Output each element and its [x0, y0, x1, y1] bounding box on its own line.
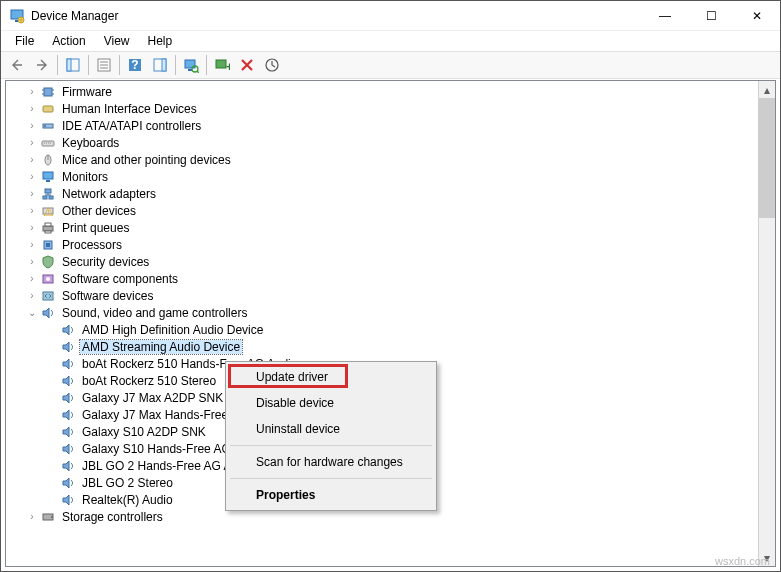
menu-help[interactable]: Help [140, 32, 181, 50]
category-label: Mice and other pointing devices [60, 153, 233, 167]
sound-icon [60, 322, 76, 338]
svg-rect-32 [43, 172, 53, 179]
svg-rect-36 [49, 196, 53, 199]
collapse-icon[interactable]: ⌄ [24, 305, 40, 321]
device-label: Galaxy J7 Max A2DP SNK [80, 391, 225, 405]
help-button[interactable]: ? [123, 53, 147, 77]
device-label: Galaxy S10 A2DP SNK [80, 425, 208, 439]
svg-line-16 [197, 71, 199, 73]
expand-icon[interactable]: › [24, 271, 40, 287]
toolbar-separator [119, 55, 120, 75]
back-button[interactable] [5, 53, 29, 77]
properties-icon [96, 57, 112, 73]
tree-device[interactable]: AMD High Definition Audio Device [6, 321, 758, 338]
category-label: Firmware [60, 85, 114, 99]
action-pane-button[interactable] [148, 53, 172, 77]
sound-icon [60, 441, 76, 457]
tree-category[interactable]: ›Software components [6, 270, 758, 287]
tree-category[interactable]: ›Network adapters [6, 185, 758, 202]
scan-hardware-icon [183, 57, 199, 73]
show-hide-tree-button[interactable] [61, 53, 85, 77]
expand-icon[interactable]: › [24, 203, 40, 219]
context-menu: Update driver Disable device Uninstall d… [225, 361, 437, 511]
ctx-scan-hardware[interactable]: Scan for hardware changes [228, 449, 434, 475]
expand-icon[interactable]: › [24, 186, 40, 202]
help-icon: ? [127, 57, 143, 73]
toolbar-separator [206, 55, 207, 75]
ide-icon [40, 118, 56, 134]
tree-category[interactable]: ›Monitors [6, 168, 758, 185]
minimize-glyph: — [659, 9, 671, 23]
ctx-disable-device[interactable]: Disable device [228, 390, 434, 416]
svg-rect-33 [46, 180, 50, 182]
arrow-left-icon [9, 57, 25, 73]
minimize-button[interactable]: — [642, 1, 688, 31]
menu-file[interactable]: File [7, 32, 42, 50]
tree-category[interactable]: ›IDE ATA/ATAPI controllers [6, 117, 758, 134]
expand-icon[interactable]: › [24, 84, 40, 100]
menu-view[interactable]: View [96, 32, 138, 50]
add-legacy-icon: + [214, 57, 230, 73]
svg-point-47 [46, 277, 50, 281]
category-label: Software components [60, 272, 180, 286]
tree-category[interactable]: ›Software devices [6, 287, 758, 304]
tree-category[interactable]: ⌄Sound, video and game controllers [6, 304, 758, 321]
tree-category[interactable]: ›Print queues [6, 219, 758, 236]
category-label: Sound, video and game controllers [60, 306, 249, 320]
scroll-up-button[interactable]: ▴ [759, 81, 775, 98]
tree-category[interactable]: ›Firmware [6, 83, 758, 100]
keyboard-icon [40, 135, 56, 151]
sound-icon [40, 305, 56, 321]
cpu-icon [40, 237, 56, 253]
category-label: Storage controllers [60, 510, 165, 524]
maximize-button[interactable]: ☐ [688, 1, 734, 31]
category-label: Print queues [60, 221, 131, 235]
update-driver-button[interactable] [260, 53, 284, 77]
expand-icon[interactable]: › [24, 101, 40, 117]
monitor-icon [40, 169, 56, 185]
svg-rect-12 [162, 59, 166, 71]
forward-button[interactable] [30, 53, 54, 77]
close-button[interactable]: ✕ [734, 1, 780, 31]
svg-rect-45 [46, 243, 50, 247]
expand-icon[interactable]: › [24, 135, 40, 151]
expand-icon[interactable]: › [24, 288, 40, 304]
maximize-glyph: ☐ [706, 9, 717, 23]
tree-category[interactable]: ›⚠Other devices [6, 202, 758, 219]
tree-category[interactable]: ›Processors [6, 236, 758, 253]
add-legacy-button[interactable]: + [210, 53, 234, 77]
svg-text:?: ? [131, 58, 138, 72]
tree-device[interactable]: AMD Streaming Audio Device [6, 338, 758, 355]
vertical-scrollbar[interactable]: ▴ ▾ [758, 81, 775, 566]
tree-category[interactable]: ›Security devices [6, 253, 758, 270]
expand-icon[interactable]: › [24, 169, 40, 185]
sound-icon [60, 356, 76, 372]
tree-category[interactable]: ›Mice and other pointing devices [6, 151, 758, 168]
uninstall-button[interactable] [235, 53, 259, 77]
ctx-properties[interactable]: Properties [228, 482, 434, 508]
svg-rect-4 [67, 59, 71, 71]
tree-category[interactable]: ›Human Interface Devices [6, 100, 758, 117]
tree-category[interactable]: ›Keyboards [6, 134, 758, 151]
ctx-separator [230, 478, 432, 479]
ctx-update-driver[interactable]: Update driver [228, 364, 434, 390]
expand-icon[interactable]: › [24, 152, 40, 168]
expand-icon[interactable]: › [24, 118, 40, 134]
scan-hardware-button[interactable] [179, 53, 203, 77]
scroll-track[interactable] [759, 218, 775, 549]
menu-action[interactable]: Action [44, 32, 93, 50]
hid-icon [40, 101, 56, 117]
ctx-uninstall-device[interactable]: Uninstall device [228, 416, 434, 442]
tree-pane-icon [65, 57, 81, 73]
arrow-right-icon [34, 57, 50, 73]
category-label: Security devices [60, 255, 151, 269]
category-label: Network adapters [60, 187, 158, 201]
sound-icon [60, 424, 76, 440]
scroll-thumb[interactable] [759, 98, 775, 218]
expand-icon[interactable]: › [24, 237, 40, 253]
svg-text:+: + [226, 60, 230, 73]
expand-icon[interactable]: › [24, 509, 40, 525]
properties-button[interactable] [92, 53, 116, 77]
expand-icon[interactable]: › [24, 254, 40, 270]
expand-icon[interactable]: › [24, 220, 40, 236]
